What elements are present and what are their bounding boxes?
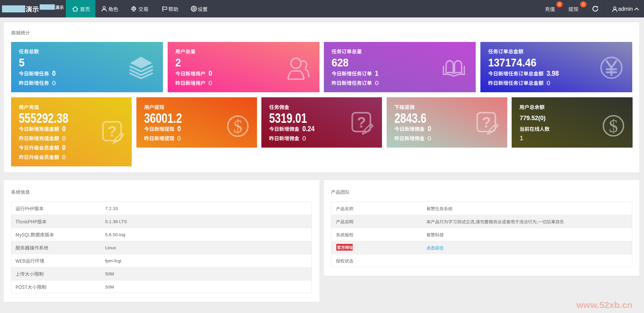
svg-text:?: ? [482,114,491,131]
svg-text:$: $ [609,116,618,136]
svg-text:?: ? [108,123,117,140]
svg-text:?: ? [357,114,366,131]
svg-text:$: $ [233,116,243,137]
